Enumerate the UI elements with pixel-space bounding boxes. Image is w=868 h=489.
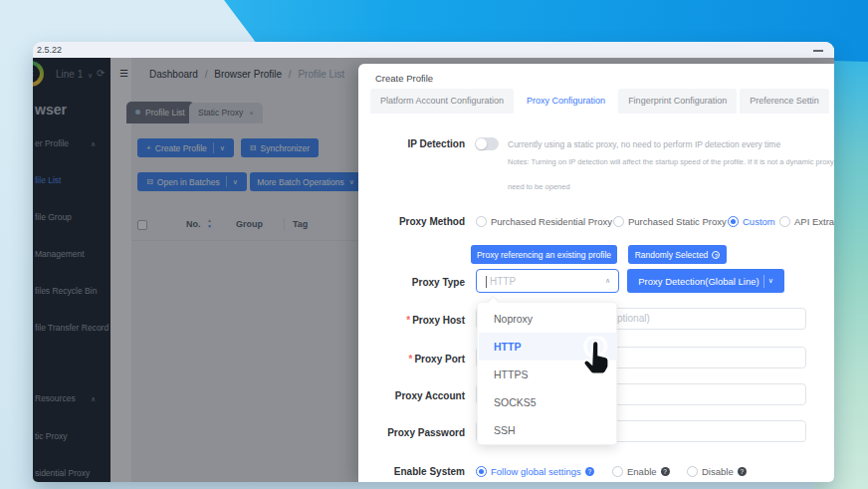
button-label: Proxy Detection(Global Line) xyxy=(638,276,759,287)
radio-enable[interactable]: Enable ? xyxy=(612,464,670,478)
mouse-cursor-icon xyxy=(577,337,615,378)
help-icon[interactable]: ? xyxy=(738,467,747,476)
radio-follow-global-settings[interactable]: Follow global settings ? xyxy=(476,464,594,478)
radio-selected-icon xyxy=(728,216,739,227)
radio-purchased-static-proxy[interactable]: Purchased Static Proxy xyxy=(613,214,727,228)
proxy-type-select[interactable]: HTTP ∧ xyxy=(476,269,619,293)
ip-detection-note-line1: Notes: Turning on IP detection will affe… xyxy=(508,157,834,166)
required-asterisk: * xyxy=(406,315,410,326)
enable-system-label: Enable System xyxy=(358,466,465,477)
proxy-port-label: *Proxy Port xyxy=(358,354,465,365)
radio-icon xyxy=(613,216,624,227)
help-icon[interactable]: ? xyxy=(661,467,670,476)
minimize-icon[interactable] xyxy=(813,50,823,52)
radio-api-extraction[interactable]: API Extrac xyxy=(779,214,834,228)
radio-label: Follow global settings xyxy=(491,466,581,477)
proxy-password-label: Proxy Password xyxy=(358,427,465,438)
button-label: Randomly Selected xyxy=(635,250,709,260)
radio-label: Enable xyxy=(627,466,657,477)
proxy-host-placeholder-fragment: ptional) xyxy=(617,313,650,324)
ip-detection-desc: Currently using a static proxy, no need … xyxy=(508,139,780,149)
required-asterisk: * xyxy=(409,354,413,365)
tab-proxy-configuration[interactable]: Proxy Configuration xyxy=(517,89,615,114)
radio-custom[interactable]: Custom xyxy=(728,214,775,228)
radio-label: Disable xyxy=(702,466,734,477)
text-cursor xyxy=(486,276,487,288)
help-icon[interactable]: ? xyxy=(585,467,594,476)
radio-icon xyxy=(779,216,790,227)
radio-label: Purchased Static Proxy xyxy=(628,216,727,227)
toggle-knob xyxy=(476,138,487,149)
tab-preference-settings[interactable]: Preference Settin xyxy=(740,89,829,114)
proxy-host-label: *Proxy Host xyxy=(358,315,465,326)
create-profile-modal: Create Profile Platform Account Configur… xyxy=(358,64,834,482)
dropdown-option-socks5[interactable]: SOCKS5 xyxy=(479,388,617,416)
dropdown-option-ssh[interactable]: SSH xyxy=(479,416,617,444)
help-icon: ? xyxy=(712,251,720,259)
window-version: 2.5.22 xyxy=(37,45,62,55)
proxy-account-label: Proxy Account xyxy=(358,390,465,401)
chevron-up-icon: ∧ xyxy=(605,277,610,285)
proxy-type-label: Proxy Type xyxy=(358,277,465,288)
tab-platform-account-configuration[interactable]: Platform Account Configuration xyxy=(370,89,514,114)
ip-detection-note-line2: need to be opened xyxy=(508,182,570,191)
radio-label: Purchased Residential Proxy xyxy=(491,216,612,227)
chevron-down-icon[interactable]: ∨ xyxy=(768,277,773,285)
proxy-reference-button[interactable]: Proxy referencing an existing profile xyxy=(471,245,617,264)
proxy-method-label: Proxy Method xyxy=(358,216,465,227)
radio-selected-icon xyxy=(476,466,487,477)
window-titlebar[interactable]: 2.5.22 xyxy=(33,42,834,58)
dropdown-option-noproxy[interactable]: Noproxy xyxy=(479,305,617,333)
button-label: Proxy referencing an existing profile xyxy=(477,250,611,260)
radio-icon xyxy=(687,466,698,477)
radio-icon xyxy=(476,216,487,227)
desktop: 2.5.22 ✕ Line 1 ∨ ⟳ wser er Profile ∧ fi… xyxy=(0,0,868,489)
tab-fingerprint-configuration[interactable]: Fingerprint Configuration xyxy=(618,89,737,114)
radio-purchased-residential-proxy[interactable]: Purchased Residential Proxy xyxy=(476,214,612,228)
modal-title: Create Profile xyxy=(375,73,433,84)
modal-tab-bar: Platform Account Configuration Proxy Con… xyxy=(370,89,829,114)
randomly-selected-button[interactable]: Randomly Selected ? xyxy=(628,245,727,264)
radio-label: API Extrac xyxy=(794,216,834,227)
radio-disable[interactable]: Disable ? xyxy=(687,464,747,478)
radio-icon xyxy=(612,466,623,477)
button-divider xyxy=(763,275,764,288)
proxy-type-placeholder: HTTP xyxy=(490,276,516,287)
radio-label: Custom xyxy=(743,216,775,227)
proxy-detection-button[interactable]: Proxy Detection(Global Line) ∨ xyxy=(627,269,784,293)
app-window: 2.5.22 ✕ Line 1 ∨ ⟳ wser er Profile ∧ fi… xyxy=(33,42,834,482)
ip-detection-toggle[interactable] xyxy=(475,137,499,150)
ip-detection-label: IP Detection xyxy=(358,138,465,149)
